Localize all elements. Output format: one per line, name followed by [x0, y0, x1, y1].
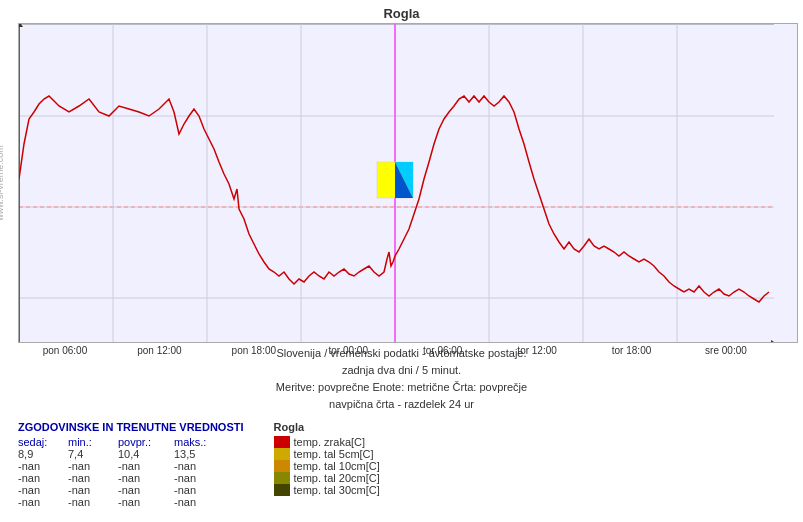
chart-svg: 8 10 12 — [18, 23, 798, 343]
col-min: min.: — [68, 436, 110, 448]
subtitle-line-1: zadnja dva dni / 5 minut. — [0, 362, 803, 379]
r0-min: 7,4 — [68, 448, 110, 460]
col-povpr: povpr.: — [118, 436, 166, 448]
r0-maks: 13,5 — [174, 448, 216, 460]
r4-povpr: -nan — [118, 496, 166, 508]
legend-item-3: temp. tal 20cm[C] — [274, 472, 380, 484]
x-label-1: pon 12:00 — [112, 345, 206, 356]
watermark: www.si-vreme.com — [0, 145, 5, 221]
legend-label-2: temp. tal 10cm[C] — [294, 460, 380, 472]
r2-povpr: -nan — [118, 472, 166, 484]
x-label-4: tor 06:00 — [396, 345, 490, 356]
legend-color-2 — [274, 460, 290, 472]
r4-sedaj: -nan — [18, 496, 60, 508]
legend-section: Rogla temp. zraka[C] temp. tal 5cm[C] te… — [274, 421, 380, 496]
stats-header: ZGODOVINSKE IN TRENUTNE VREDNOSTI — [18, 421, 244, 433]
stats-section: ZGODOVINSKE IN TRENUTNE VREDNOSTI sedaj:… — [18, 421, 244, 508]
col-sedaj: sedaj: — [18, 436, 60, 448]
r4-maks: -nan — [174, 496, 216, 508]
r3-maks: -nan — [174, 484, 216, 496]
legend-item-2: temp. tal 10cm[C] — [274, 460, 380, 472]
stats-row-4: -nan -nan -nan -nan — [18, 496, 244, 508]
stats-row-0: 8,9 7,4 10,4 13,5 — [18, 448, 244, 460]
legend-station: Rogla — [274, 421, 380, 433]
x-label-7: sre 00:00 — [679, 345, 773, 356]
r4-min: -nan — [68, 496, 110, 508]
x-label-0: pon 06:00 — [18, 345, 112, 356]
x-label-2: pon 18:00 — [207, 345, 301, 356]
col-maks: maks.: — [174, 436, 216, 448]
stats-row-3: -nan -nan -nan -nan — [18, 484, 244, 496]
x-label-5: tor 12:00 — [490, 345, 584, 356]
legend-item-4: temp. tal 30cm[C] — [274, 484, 380, 496]
r3-sedaj: -nan — [18, 484, 60, 496]
legend-item-0: temp. zraka[C] — [274, 436, 380, 448]
r1-min: -nan — [68, 460, 110, 472]
legend-color-3 — [274, 472, 290, 484]
r3-povpr: -nan — [118, 484, 166, 496]
legend-item-1: temp. tal 5cm[C] — [274, 448, 380, 460]
legend-color-1 — [274, 448, 290, 460]
r3-min: -nan — [68, 484, 110, 496]
legend-color-4 — [274, 484, 290, 496]
r2-maks: -nan — [174, 472, 216, 484]
r2-min: -nan — [68, 472, 110, 484]
main-container: Rogla www.si-vreme.com — [0, 0, 803, 522]
stats-row-1: -nan -nan -nan -nan — [18, 460, 244, 472]
r2-sedaj: -nan — [18, 472, 60, 484]
legend-color-0 — [274, 436, 290, 448]
legend-label-3: temp. tal 20cm[C] — [294, 472, 380, 484]
r1-maks: -nan — [174, 460, 216, 472]
r1-sedaj: -nan — [18, 460, 60, 472]
r0-povpr: 10,4 — [118, 448, 166, 460]
legend-label-1: temp. tal 5cm[C] — [294, 448, 374, 460]
legend-label-4: temp. tal 30cm[C] — [294, 484, 380, 496]
x-label-3: tor 00:00 — [301, 345, 395, 356]
subtitle-line-3: navpična črta - razdelek 24 ur — [0, 396, 803, 413]
r1-povpr: -nan — [118, 460, 166, 472]
chart-title: Rogla — [0, 0, 803, 23]
stats-row-2: -nan -nan -nan -nan — [18, 472, 244, 484]
r0-sedaj: 8,9 — [18, 448, 60, 460]
legend-label-0: temp. zraka[C] — [294, 436, 366, 448]
x-label-6: tor 18:00 — [585, 345, 679, 356]
svg-marker-18 — [771, 340, 777, 343]
subtitle-line-2: Meritve: povprečne Enote: metrične Črta:… — [0, 379, 803, 396]
